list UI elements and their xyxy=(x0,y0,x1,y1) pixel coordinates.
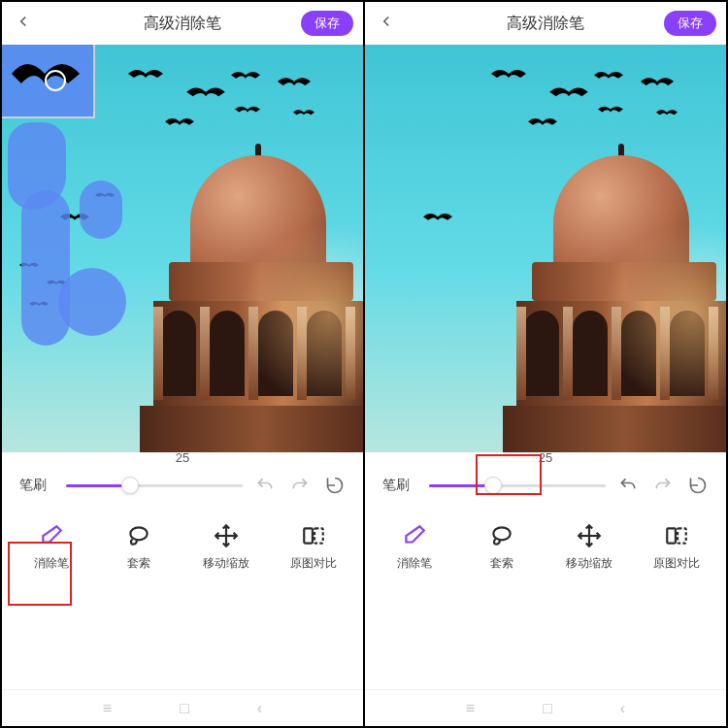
screen-left: 高级消除笔 保存 xyxy=(2,2,365,726)
tool-row: 消除笔 套索 移动缩放 原图对比 xyxy=(365,511,726,587)
brush-slider-knob[interactable] xyxy=(121,477,139,494)
tool-label: 套索 xyxy=(127,555,150,572)
move-icon xyxy=(213,522,240,549)
save-button[interactable]: 保存 xyxy=(664,11,716,36)
svg-point-0 xyxy=(130,527,147,540)
brush-value: 25 xyxy=(365,450,726,465)
tool-label: 原图对比 xyxy=(290,555,337,572)
brush-cursor-icon xyxy=(45,70,66,91)
reset-button[interactable] xyxy=(687,475,709,496)
tool-lasso[interactable]: 套索 xyxy=(105,522,173,572)
compare-icon xyxy=(663,522,690,549)
brush-slider[interactable] xyxy=(429,484,606,487)
back-button[interactable] xyxy=(12,11,35,36)
undo-button[interactable] xyxy=(617,475,639,496)
edit-canvas[interactable] xyxy=(365,45,726,452)
brush-slider-row: 25 笔刷 xyxy=(365,452,726,511)
move-icon xyxy=(576,522,603,549)
comparison-wrapper: 高级消除笔 保存 xyxy=(0,0,728,728)
photo-subject xyxy=(483,136,726,452)
svg-rect-4 xyxy=(314,528,323,543)
tool-eraser[interactable]: 消除笔 xyxy=(381,522,448,572)
tool-label: 消除笔 xyxy=(34,555,69,572)
brush-stroke xyxy=(21,190,70,346)
home-button[interactable]: □ xyxy=(543,700,552,717)
brush-label: 笔刷 xyxy=(382,477,417,494)
home-button[interactable]: □ xyxy=(180,700,189,717)
tool-label: 套索 xyxy=(490,555,513,572)
svg-rect-9 xyxy=(678,528,686,543)
recent-apps-button[interactable]: ≡ xyxy=(466,700,475,717)
brush-stroke xyxy=(80,181,122,239)
eraser-icon xyxy=(38,522,65,549)
recent-apps-button[interactable]: ≡ xyxy=(103,700,112,717)
tool-eraser[interactable]: 消除笔 xyxy=(17,522,85,572)
back-button[interactable] xyxy=(375,11,398,36)
topbar: 高级消除笔 保存 xyxy=(2,2,363,45)
tool-label: 消除笔 xyxy=(397,555,432,572)
lasso-icon xyxy=(488,522,515,549)
redo-button[interactable] xyxy=(289,475,311,496)
tool-lasso[interactable]: 套索 xyxy=(468,522,536,572)
tool-move[interactable]: 移动缩放 xyxy=(555,522,623,572)
brush-slider-row: 25 笔刷 xyxy=(2,452,363,511)
topbar: 高级消除笔 保存 xyxy=(365,2,726,45)
android-nav: ≡ □ ‹ xyxy=(2,689,363,726)
tool-move[interactable]: 移动缩放 xyxy=(192,522,260,572)
redo-button[interactable] xyxy=(652,475,674,496)
edit-canvas[interactable] xyxy=(2,45,363,452)
brush-slider-knob[interactable] xyxy=(484,477,502,494)
lasso-icon xyxy=(125,522,152,549)
brush-stroke xyxy=(58,268,126,336)
tool-label: 移动缩放 xyxy=(203,555,249,572)
compare-icon xyxy=(300,522,327,549)
back-nav-button[interactable]: ‹ xyxy=(620,700,625,717)
photo-subject xyxy=(120,136,363,452)
brush-label: 笔刷 xyxy=(19,477,54,494)
svg-rect-3 xyxy=(304,528,313,543)
undo-button[interactable] xyxy=(254,475,276,496)
svg-point-5 xyxy=(493,527,510,540)
brush-value: 25 xyxy=(2,450,363,465)
android-nav: ≡ □ ‹ xyxy=(365,689,726,726)
tool-compare[interactable]: 原图对比 xyxy=(280,522,347,572)
screen-right: 高级消除笔 保存 25 笔刷 xyxy=(365,2,726,726)
tool-label: 移动缩放 xyxy=(566,555,612,572)
save-button[interactable]: 保存 xyxy=(301,11,353,36)
svg-rect-8 xyxy=(667,528,676,543)
tool-compare[interactable]: 原图对比 xyxy=(643,522,711,572)
tool-label: 原图对比 xyxy=(653,555,700,572)
brush-preview-inset xyxy=(2,45,95,118)
brush-slider[interactable] xyxy=(66,484,243,487)
tool-row: 消除笔 套索 移动缩放 原图对比 xyxy=(2,511,363,587)
back-nav-button[interactable]: ‹ xyxy=(257,700,262,717)
reset-button[interactable] xyxy=(324,475,346,496)
eraser-icon xyxy=(401,522,428,549)
